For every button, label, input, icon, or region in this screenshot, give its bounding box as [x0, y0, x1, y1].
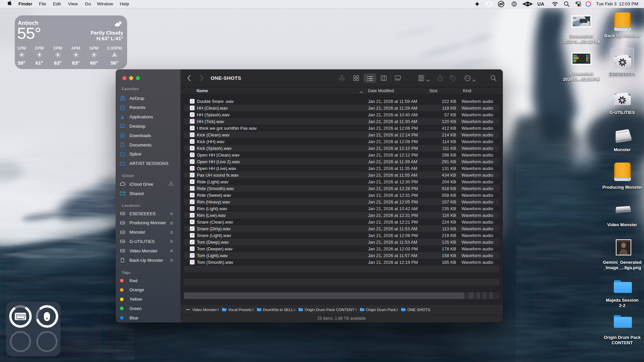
svg-text:U·A: U·A: [525, 2, 530, 6]
